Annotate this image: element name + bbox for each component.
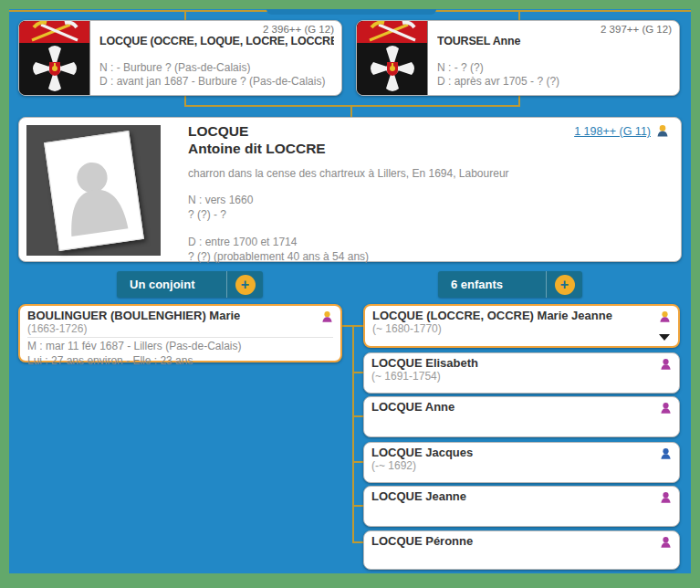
female-icon — [659, 536, 673, 550]
connector-child-6 — [354, 541, 363, 543]
child-name: LOCQUE Jacques — [371, 446, 672, 459]
connector-children-rail — [352, 325, 354, 543]
connector-father-up — [184, 10, 186, 20]
main-death-block: D : entre 1700 et 1714 ? (?) (probableme… — [188, 236, 670, 264]
marriage-ages-line: Lui : 27 ans environ - Elle : 23 ans — [27, 354, 333, 369]
main-birth-detail: ? (?) - ? — [188, 208, 670, 223]
father-name: LOCQUE (OCCRE, LOQUE, LOCRE, LOCCRE)... — [99, 35, 334, 47]
connector-marriage-bar — [184, 105, 520, 107]
mother-card[interactable]: 2 397++ (G 12) TOURSEL Anne N : - ? (?) … — [356, 20, 680, 96]
mother-birth: N : - ? (?) — [437, 61, 672, 76]
main-person-content: LOCQUE Antoine dit LOCCRE charron dans l… — [188, 118, 681, 265]
child-dates: (-~ 1692) — [371, 459, 672, 472]
father-death: D : avant jan 1687 - Burbure ? (Pas-de-C… — [99, 75, 334, 89]
plus-icon: + — [555, 275, 575, 295]
family-tree-page: 2 396++ (G 12) LOCQUE (OCCRE, LOQUE, LOC… — [0, 0, 700, 588]
connector-child-4 — [354, 461, 363, 463]
father-birth: N : - Burbure ? (Pas-de-Calais) — [99, 61, 334, 76]
child-dates: (~ 1691-1754) — [371, 370, 672, 383]
female-sosa-icon — [320, 310, 334, 324]
spouse-dates: (1663-1726) — [27, 322, 333, 335]
child-name: LOCQUE Elisabeth — [371, 356, 672, 370]
plus-icon: + — [235, 275, 256, 295]
child-card-2[interactable]: LOCQUE Elisabeth (~ 1691-1754) — [363, 352, 680, 394]
spouse-name: BOULINGUER (BOULENGHIER) Marie — [27, 309, 333, 322]
main-birth: N : vers 1660 — [188, 194, 670, 208]
mother-card-body: 2 397++ (G 12) TOURSEL Anne N : - ? (?) … — [428, 21, 679, 95]
sosa-person-icon — [655, 124, 670, 139]
ancestor-banner-cutoff — [266, 9, 436, 15]
father-sosa-ref: 2 396++ (G 12) — [99, 24, 334, 35]
mother-name: TOURSEL Anne — [437, 35, 672, 47]
female-icon — [659, 491, 673, 505]
connector-child-3 — [354, 415, 363, 417]
main-person-card: 1 198++ (G 11) LOCQUE Antoine dit LOCCRE… — [18, 117, 682, 262]
main-death: D : entre 1700 et 1714 — [188, 236, 670, 250]
spouse-marriage-info: M : mar 11 fév 1687 - Lillers (Pas-de-Ca… — [27, 337, 333, 368]
father-vitals: N : - Burbure ? (Pas-de-Calais) D : avan… — [99, 61, 334, 89]
child-card-4[interactable]: LOCQUE Jacques (-~ 1692) — [363, 442, 680, 483]
add-spouse-button[interactable]: + — [226, 271, 263, 298]
portrait-placeholder[interactable] — [26, 125, 161, 256]
child-name: LOCQUE Anne — [371, 400, 672, 414]
spouse-section-label: Un conjoint — [117, 278, 226, 291]
mother-sosa-ref: 2 397++ (G 12) — [437, 24, 672, 35]
marriage-line: M : mar 11 fév 1687 - Lillers (Pas-de-Ca… — [27, 340, 333, 354]
tree-canvas: 2 396++ (G 12) LOCQUE (OCCRE, LOQUE, LOC… — [9, 9, 691, 573]
children-section-button[interactable]: 6 enfants + — [438, 271, 582, 298]
connector-mother-up — [518, 10, 520, 20]
child-name: LOCQUE Péronne — [371, 534, 672, 548]
coat-of-arms-icon — [19, 21, 90, 95]
child-card-6[interactable]: LOCQUE Péronne — [363, 530, 680, 570]
children-section-label: 6 enfants — [438, 278, 546, 291]
connector-child-1 — [354, 325, 363, 327]
connector-to-person — [350, 105, 352, 117]
main-death-detail: ? (?) (probablement 40 ans à 54 ans) — [188, 250, 670, 265]
female-icon — [659, 402, 673, 415]
female-icon — [659, 358, 673, 372]
portrait-polaroid-icon — [44, 131, 144, 251]
child-name: LOCQUE (LOCCRE, OCCRE) Marie Jeanne — [372, 309, 671, 322]
child-card-3[interactable]: LOCQUE Anne — [363, 396, 680, 437]
main-occupation: charron dans la cense des chartreux à Li… — [188, 167, 670, 180]
child-name: LOCQUE Jeanne — [371, 489, 672, 503]
mother-death: D : après avr 1705 - ? (?) — [437, 75, 672, 89]
spouse-section-button[interactable]: Un conjoint + — [117, 271, 263, 298]
father-card[interactable]: 2 396++ (G 12) LOCQUE (OCCRE, LOQUE, LOC… — [18, 20, 342, 96]
add-child-button[interactable]: + — [546, 271, 582, 298]
main-birth-block: N : vers 1660 ? (?) - ? — [188, 194, 670, 222]
main-given-name: Antoine dit LOCCRE — [188, 141, 670, 158]
coat-of-arms-icon — [357, 21, 428, 95]
father-card-body: 2 396++ (G 12) LOCQUE (OCCRE, LOQUE, LOC… — [90, 21, 341, 95]
main-ref-row: 1 198++ (G 11) — [574, 124, 670, 139]
main-sosa-ref-link[interactable]: 1 198++ (G 11) — [574, 125, 651, 138]
child-dates: (~ 1680-1770) — [372, 322, 671, 335]
mother-vitals: N : - ? (?) D : après avr 1705 - ? (?) — [437, 61, 672, 89]
female-sosa-icon — [658, 310, 672, 324]
person-silhouette-icon — [46, 141, 142, 250]
spouse-card[interactable]: BOULINGUER (BOULENGHIER) Marie (1663-172… — [18, 304, 342, 362]
male-icon — [659, 447, 673, 461]
chevron-down-icon[interactable] — [659, 334, 670, 341]
connector-child-2 — [354, 372, 363, 373]
child-card-1[interactable]: LOCQUE (LOCCRE, OCCRE) Marie Jeanne (~ 1… — [363, 304, 680, 348]
child-card-5[interactable]: LOCQUE Jeanne — [363, 486, 680, 527]
connector-child-5 — [354, 505, 363, 507]
